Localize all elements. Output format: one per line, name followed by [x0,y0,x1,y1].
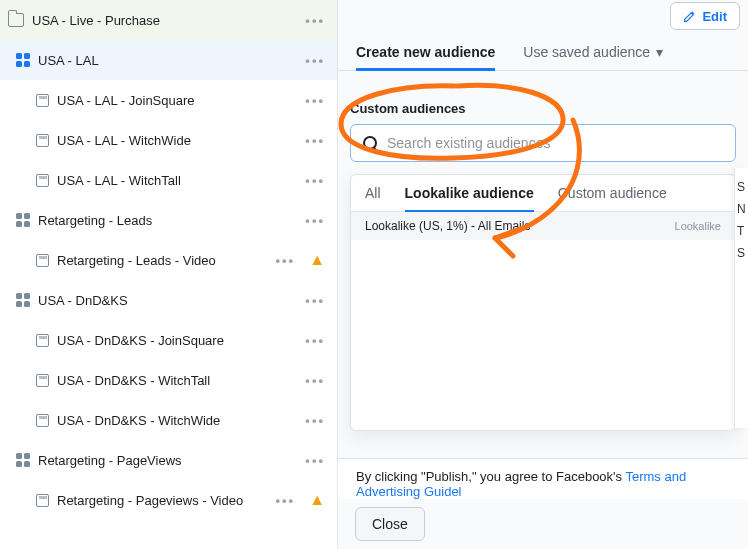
edit-label: Edit [702,9,727,24]
warning-icon: ▲ [309,491,325,509]
panel-letter: T [737,220,746,242]
publish-disclaimer: By clicking "Publish," you agree to Face… [338,458,748,499]
panel-letter: N [737,198,746,220]
more-icon[interactable]: ••• [305,53,325,68]
ad-icon [36,374,49,387]
adset-row-selected[interactable]: USA - LAL ••• [0,40,337,80]
ad-name: USA - LAL - WitchTall [57,173,181,188]
more-icon[interactable]: ••• [305,93,325,108]
disclaimer-text: By clicking "Publish," you agree to Face… [356,469,625,484]
adset-icon [16,53,30,67]
ad-row[interactable]: USA - LAL - WitchTall ••• [0,160,337,200]
search-input[interactable] [387,135,723,151]
audience-result-type: Lookalike [675,220,721,232]
ad-icon [36,334,49,347]
ad-row[interactable]: Retargeting - Pageviews - Video ••• ▲ [0,480,337,520]
more-icon[interactable]: ••• [305,333,325,348]
more-icon[interactable]: ••• [305,213,325,228]
audience-result-name: Lookalike (US, 1%) - All Emails [365,219,530,233]
search-icon [363,136,377,150]
audience-dropdown: All Lookalike audience Custom audience L… [350,174,736,431]
ad-name: USA - DnD&KS - WitchWide [57,413,220,428]
more-icon[interactable]: ••• [305,413,325,428]
ad-icon [36,134,49,147]
adset-icon [16,453,30,467]
ad-icon [36,414,49,427]
filter-tab-custom[interactable]: Custom audience [558,185,667,211]
ad-icon [36,94,49,107]
ad-row[interactable]: USA - DnD&KS - WitchWide ••• [0,400,337,440]
ad-name: USA - DnD&KS - JoinSquare [57,333,224,348]
panel-letter: S [737,176,746,198]
ad-name: Retargeting - Leads - Video [57,253,216,268]
audience-result-row[interactable]: Lookalike (US, 1%) - All Emails Lookalik… [351,212,735,240]
more-icon[interactable]: ••• [305,453,325,468]
more-icon[interactable]: ••• [305,293,325,308]
adset-icon [16,293,30,307]
tab-saved-audience[interactable]: Use saved audience▾ [523,44,663,71]
warning-icon: ▲ [309,251,325,269]
close-button[interactable]: Close [355,507,425,541]
custom-audiences-label: Custom audiences [350,101,748,116]
pencil-icon [683,10,696,23]
filter-tab-all[interactable]: All [365,185,381,211]
more-icon[interactable]: ••• [305,133,325,148]
ad-row[interactable]: USA - DnD&KS - JoinSquare ••• [0,320,337,360]
adset-name: Retargeting - PageViews [38,453,182,468]
adset-icon [16,213,30,227]
campaign-row[interactable]: USA - Live - Purchase ••• [0,0,337,40]
main-panel: Edit Create new audience Use saved audie… [338,0,748,549]
more-icon[interactable]: ••• [305,373,325,388]
adset-name: USA - DnD&KS [38,293,128,308]
more-icon[interactable]: ••• [276,493,296,508]
ad-row[interactable]: Retargeting - Leads - Video ••• ▲ [0,240,337,280]
adset-row[interactable]: Retargeting - PageViews ••• [0,440,337,480]
more-icon[interactable]: ••• [305,173,325,188]
ad-name: USA - LAL - WitchWide [57,133,191,148]
ad-icon [36,174,49,187]
adset-row[interactable]: USA - DnD&KS ••• [0,280,337,320]
tab-saved-label: Use saved audience [523,44,650,60]
edit-button[interactable]: Edit [670,2,740,30]
campaign-tree-sidebar: USA - Live - Purchase ••• USA - LAL ••• … [0,0,338,549]
more-icon[interactable]: ••• [276,253,296,268]
ad-row[interactable]: USA - DnD&KS - WitchTall ••• [0,360,337,400]
campaign-name: USA - Live - Purchase [32,13,160,28]
adset-row[interactable]: Retargeting - Leads ••• [0,200,337,240]
adset-name: Retargeting - Leads [38,213,152,228]
audience-filter-tabs: All Lookalike audience Custom audience [351,175,735,212]
adset-name: USA - LAL [38,53,99,68]
filter-tab-lookalike[interactable]: Lookalike audience [405,185,534,211]
panel-letter: S [737,242,746,264]
right-side-panel: S N T S [734,168,748,428]
ad-row[interactable]: USA - LAL - JoinSquare ••• [0,80,337,120]
audience-search[interactable] [350,124,736,162]
folder-icon [8,13,24,27]
ad-row[interactable]: USA - LAL - WitchWide ••• [0,120,337,160]
chevron-down-icon: ▾ [656,44,663,60]
tab-create-audience[interactable]: Create new audience [356,44,495,71]
ad-icon [36,254,49,267]
audience-dropdown-body [351,240,735,430]
ad-name: USA - DnD&KS - WitchTall [57,373,210,388]
ad-name: USA - LAL - JoinSquare [57,93,195,108]
more-icon[interactable]: ••• [305,13,325,28]
ad-icon [36,494,49,507]
ad-name: Retargeting - Pageviews - Video [57,493,243,508]
